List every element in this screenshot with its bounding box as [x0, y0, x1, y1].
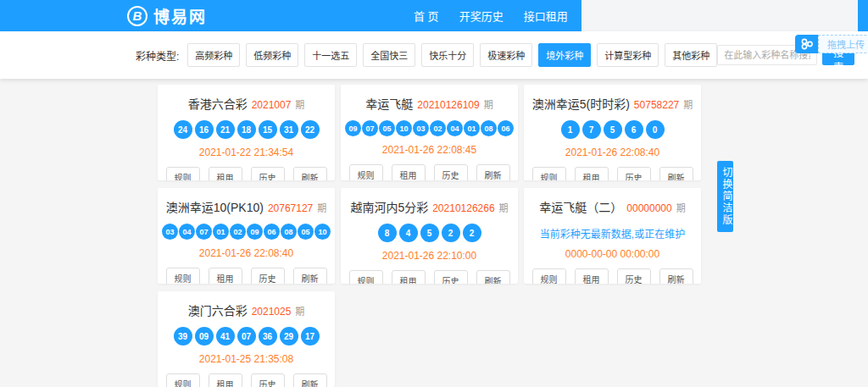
category-filter-4[interactable]: 快乐十分 [421, 43, 474, 67]
ball: 18 [237, 120, 256, 139]
refresh-button[interactable]: 刷新 [293, 268, 327, 284]
period-suffix: 期 [676, 201, 686, 214]
category-filter-2[interactable]: 十一选五 [304, 43, 357, 67]
period-number: 20210126109 [417, 99, 479, 111]
refresh-button[interactable]: 刷新 [659, 268, 693, 284]
ball: 09 [247, 224, 263, 240]
ball: 0 [646, 120, 665, 139]
ball: 09 [345, 120, 361, 136]
refresh-button[interactable]: 刷新 [293, 373, 327, 387]
rules-button[interactable]: 规则 [166, 268, 200, 284]
category-filter-5[interactable]: 极速彩种 [480, 43, 532, 67]
rules-button[interactable]: 规则 [349, 164, 383, 180]
cloud-drive-icon[interactable] [795, 35, 818, 53]
nav-item-2[interactable]: 接口租用 [524, 8, 568, 24]
rent-button[interactable]: 租用 [392, 270, 426, 284]
lottery-card: 澳门六合彩2021025期390941073629172021-01-25 21… [158, 291, 335, 387]
draw-time: 2021-01-26 22:08:40 [528, 147, 697, 158]
nav-item-0[interactable]: 首 页 [414, 8, 439, 24]
ball: 21 [216, 120, 235, 139]
share-nodes-glyph [800, 37, 814, 51]
rent-button[interactable]: 租用 [575, 167, 609, 180]
card-head: 越南河内5分彩20210126266期 [345, 198, 514, 215]
history-button[interactable]: 历史 [434, 164, 468, 180]
ball: 07 [237, 327, 256, 346]
balls-row: 39094107362917 [162, 327, 331, 346]
period-number: 00000000 [626, 202, 671, 214]
ball: 01 [464, 120, 480, 136]
draw-time: 2021-01-26 22:08:40 [162, 247, 331, 259]
ball: 08 [481, 120, 497, 136]
rent-button[interactable]: 租用 [209, 373, 242, 387]
rules-button[interactable]: 规则 [532, 167, 566, 180]
nav-item-1[interactable]: 开奖历史 [459, 8, 504, 24]
period-suffix: 期 [317, 201, 326, 214]
card-head: 澳洲幸运5(时时彩)50758227期 [528, 95, 697, 112]
ball: 07 [196, 224, 212, 240]
card-head: 澳门六合彩2021025期 [162, 301, 331, 318]
ball: 05 [379, 120, 395, 136]
rules-button[interactable]: 规则 [532, 268, 566, 284]
ball: 03 [413, 120, 429, 136]
period-number: 2021007 [252, 99, 292, 111]
rent-button[interactable]: 租用 [575, 268, 609, 284]
ball: 24 [174, 120, 192, 139]
category-filters: 高频彩种低频彩种十一选五全国快三快乐十分极速彩种境外彩种计算型彩种其他彩种 [187, 43, 717, 67]
refresh-button[interactable]: 刷新 [476, 270, 510, 284]
ball: 5 [420, 224, 439, 242]
history-button[interactable]: 历史 [251, 268, 285, 284]
category-filter-7[interactable]: 计算型彩种 [597, 43, 659, 67]
lottery-card: 香港六合彩2021007期241621181531222021-01-22 21… [158, 85, 335, 180]
upload-widget: 拖拽上传 [795, 35, 868, 53]
rent-button[interactable]: 租用 [209, 167, 242, 180]
history-button[interactable]: 历史 [434, 270, 468, 284]
history-button[interactable]: 历史 [617, 268, 651, 284]
brand[interactable]: B 博易网 [127, 4, 207, 27]
ball: 16 [195, 120, 214, 139]
rent-button[interactable]: 租用 [209, 268, 242, 284]
rules-button[interactable]: 规则 [166, 167, 200, 180]
card-actions: 规则租用历史刷新 [162, 268, 331, 284]
ball: 17 [301, 327, 320, 346]
refresh-button[interactable]: 刷新 [293, 167, 327, 180]
period-suffix: 期 [295, 304, 304, 318]
category-filter-1[interactable]: 低频彩种 [246, 43, 298, 67]
category-filter-8[interactable]: 其他彩种 [665, 43, 717, 67]
history-button[interactable]: 历史 [251, 373, 285, 387]
filter-label: 彩种类型: [136, 48, 179, 63]
history-button[interactable]: 历史 [251, 167, 285, 180]
refresh-button[interactable]: 刷新 [476, 164, 510, 180]
drag-upload-button[interactable]: 拖拽上传 [818, 35, 868, 53]
rent-button[interactable]: 租用 [392, 164, 426, 180]
draw-time: 2021-01-25 21:35:08 [162, 353, 331, 365]
ball: 8 [378, 224, 397, 242]
ball: 09 [195, 327, 214, 346]
masked-region [581, 0, 858, 31]
brand-name: 博易网 [153, 4, 207, 27]
period-suffix: 期 [484, 97, 493, 111]
ball: 29 [280, 327, 298, 346]
ball: 5 [604, 120, 622, 139]
switch-simple-version-button[interactable]: 切换简洁版 [717, 161, 733, 232]
history-button[interactable]: 历史 [617, 167, 651, 180]
category-filter-6[interactable]: 境外彩种 [538, 43, 591, 67]
category-filter-0[interactable]: 高频彩种 [187, 43, 240, 67]
rules-button[interactable]: 规则 [349, 270, 383, 284]
lottery-card: 越南河内5分彩20210126266期845222021-01-26 22:10… [341, 188, 518, 284]
card-actions: 规则租用历史刷新 [162, 373, 331, 387]
ball: 02 [230, 224, 246, 240]
card-head: 香港六合彩2021007期 [162, 95, 331, 112]
rules-button[interactable]: 规则 [166, 373, 200, 387]
card-actions: 规则租用历史刷新 [528, 268, 697, 284]
ball: 08 [281, 224, 297, 240]
refresh-button[interactable]: 刷新 [659, 167, 693, 180]
category-filter-3[interactable]: 全国快三 [363, 43, 415, 67]
ball: 7 [582, 120, 601, 139]
draw-time: 2021-01-26 22:10:00 [345, 250, 514, 262]
period-number: 50758227 [634, 99, 679, 111]
card-actions: 规则租用历史刷新 [345, 164, 514, 180]
card-title: 澳门六合彩 [188, 301, 248, 318]
balls-row: 03040701020906080510 [162, 224, 331, 240]
header: B 博易网 首 页开奖历史接口租用免费试用 [0, 0, 868, 31]
card-head: 澳洲幸运10(PK10)20767127期 [162, 198, 331, 215]
